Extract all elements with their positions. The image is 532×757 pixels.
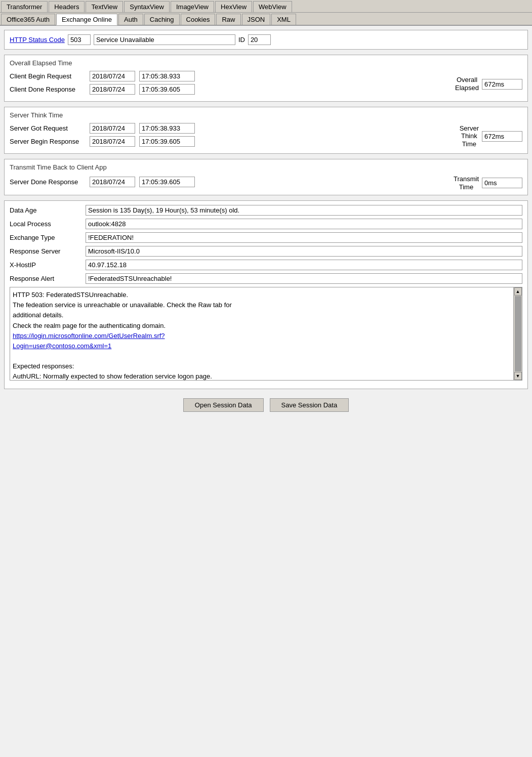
- x-hostip-label: X-HostIP: [10, 261, 86, 269]
- id-value-input[interactable]: [248, 34, 271, 45]
- x-hostip-row: X-HostIP: [10, 260, 522, 270]
- http-status-code-input[interactable]: [68, 34, 91, 45]
- message-line6: Expected responses:: [13, 362, 74, 370]
- transmit-time-left: Server Done Response: [10, 177, 448, 190]
- tab-bar-row1: Transformer Headers TextView SyntaxView …: [0, 0, 532, 13]
- server-think-value-input[interactable]: [482, 131, 522, 142]
- tab-imageview[interactable]: ImageView: [171, 1, 214, 12]
- tab-office365auth[interactable]: Office365 Auth: [1, 14, 55, 25]
- tab-headers[interactable]: Headers: [49, 1, 85, 12]
- server-begin-row: Server Begin Response: [10, 136, 455, 147]
- server-got-label: Server Got Request: [10, 124, 86, 132]
- message-line2: The fedeation service is unreachable or …: [13, 301, 232, 309]
- response-server-input[interactable]: [86, 246, 522, 257]
- transmit-time-right: TransmitTime: [454, 175, 522, 191]
- server-got-date-input[interactable]: [90, 123, 135, 134]
- server-think-box: Server Think Time Server Got Request Ser…: [4, 107, 528, 154]
- x-hostip-input[interactable]: [86, 260, 522, 270]
- message-content: HTTP 503: FederatedSTSUnreachable. The f…: [10, 287, 522, 381]
- local-process-row: Local Process: [10, 219, 522, 229]
- main-content: HTTP Status Code ID Overall Elapsed Time…: [0, 26, 532, 420]
- server-begin-time-input[interactable]: [139, 136, 195, 147]
- client-begin-row: Client Begin Request: [10, 71, 450, 81]
- client-begin-time-input[interactable]: [139, 71, 195, 81]
- tab-raw[interactable]: Raw: [216, 14, 240, 25]
- tab-textview[interactable]: TextView: [86, 1, 123, 12]
- scroll-bar[interactable]: ▲ ▼: [513, 287, 522, 380]
- client-begin-date-input[interactable]: [90, 71, 135, 81]
- response-server-row: Response Server: [10, 246, 522, 257]
- message-line3: additional details.: [13, 311, 63, 319]
- transmit-time-title: Transmit Time Back to Client App: [10, 163, 522, 171]
- tab-bar-row2: Office365 Auth Exchange Online Auth Cach…: [0, 13, 532, 26]
- message-line1: HTTP 503: FederatedSTSUnreachable.: [13, 291, 128, 299]
- message-line4: Check the realm page for the authenticat…: [13, 322, 166, 329]
- server-think-right: ServerThinkTime: [460, 124, 522, 148]
- message-line7: AuthURL: Normally expected to show feder…: [13, 372, 212, 380]
- server-think-title: Server Think Time: [10, 111, 522, 119]
- data-fields-box: Data Age Local Process Exchange Type Res…: [4, 200, 528, 389]
- server-think-label: ServerThinkTime: [460, 124, 479, 148]
- overall-elapsed-label: OverallElapsed: [455, 76, 479, 92]
- server-done-row: Server Done Response: [10, 177, 448, 187]
- exchange-type-row: Exchange Type: [10, 232, 522, 243]
- response-alert-input[interactable]: [86, 273, 522, 284]
- data-age-row: Data Age: [10, 205, 522, 216]
- scroll-down-button[interactable]: ▼: [514, 372, 522, 380]
- http-status-row: HTTP Status Code ID: [10, 34, 522, 45]
- tab-syntaxview[interactable]: SyntaxView: [124, 1, 170, 12]
- exchange-type-input[interactable]: [86, 232, 522, 243]
- overall-elapsed-value-input[interactable]: [482, 79, 522, 90]
- transmit-time-box: Transmit Time Back to Client App Server …: [4, 159, 528, 195]
- overall-elapsed-title: Overall Elapsed Time: [10, 59, 522, 67]
- tab-cookies[interactable]: Cookies: [181, 14, 216, 25]
- server-done-date-input[interactable]: [90, 177, 135, 187]
- local-process-input[interactable]: [86, 219, 522, 229]
- transmit-time-value-input[interactable]: [482, 178, 522, 188]
- message-link[interactable]: https://login.microsoftonline.com/GetUse…: [13, 332, 165, 350]
- bottom-buttons: Open Session Data Save Session Data: [4, 394, 528, 416]
- transmit-time-rows: Server Done Response TransmitTime: [10, 175, 522, 191]
- message-scroll-area[interactable]: HTTP 503: FederatedSTSUnreachable. The f…: [10, 287, 522, 381]
- response-alert-label: Response Alert: [10, 275, 86, 282]
- server-got-row: Server Got Request: [10, 123, 455, 134]
- server-think-rows: Server Got Request Server Begin Response…: [10, 123, 522, 149]
- client-done-time-input[interactable]: [139, 84, 195, 95]
- http-status-description-input[interactable]: [94, 34, 235, 45]
- data-age-input[interactable]: [86, 205, 522, 216]
- tab-hexview[interactable]: HexView: [215, 1, 252, 12]
- overall-elapsed-left: Client Begin Request Client Done Respons…: [10, 71, 450, 97]
- tab-webview[interactable]: WebView: [253, 1, 292, 12]
- http-status-code-link[interactable]: HTTP Status Code: [10, 36, 65, 44]
- overall-elapsed-rows: Client Begin Request Client Done Respons…: [10, 71, 522, 97]
- server-think-left: Server Got Request Server Begin Response: [10, 123, 455, 149]
- response-alert-row: Response Alert: [10, 273, 522, 284]
- tab-caching[interactable]: Caching: [144, 14, 180, 25]
- tab-transformer[interactable]: Transformer: [1, 1, 48, 12]
- overall-elapsed-right: OverallElapsed: [455, 76, 522, 92]
- client-done-date-input[interactable]: [90, 84, 135, 95]
- scroll-up-button[interactable]: ▲: [514, 287, 522, 296]
- tab-json[interactable]: JSON: [242, 14, 271, 25]
- tab-auth[interactable]: Auth: [118, 14, 143, 25]
- http-status-box: HTTP Status Code ID: [4, 30, 528, 50]
- server-done-time-input[interactable]: [139, 177, 195, 187]
- server-done-label: Server Done Response: [10, 178, 86, 186]
- exchange-type-label: Exchange Type: [10, 234, 86, 241]
- tab-xml[interactable]: XML: [271, 14, 296, 25]
- open-session-button[interactable]: Open Session Data: [183, 398, 264, 412]
- data-age-label: Data Age: [10, 206, 86, 214]
- transmit-time-label: TransmitTime: [454, 175, 479, 191]
- overall-elapsed-box: Overall Elapsed Time Client Begin Reques…: [4, 55, 528, 102]
- id-label: ID: [238, 36, 245, 44]
- save-session-button[interactable]: Save Session Data: [270, 398, 349, 412]
- local-process-label: Local Process: [10, 220, 86, 228]
- client-done-row: Client Done Response: [10, 84, 450, 95]
- response-server-label: Response Server: [10, 247, 86, 255]
- client-done-label: Client Done Response: [10, 86, 86, 93]
- server-begin-date-input[interactable]: [90, 136, 135, 147]
- client-begin-label: Client Begin Request: [10, 72, 86, 80]
- server-got-time-input[interactable]: [139, 123, 195, 134]
- scroll-thumb[interactable]: [515, 296, 521, 371]
- tab-exchangeonline[interactable]: Exchange Online: [56, 14, 117, 25]
